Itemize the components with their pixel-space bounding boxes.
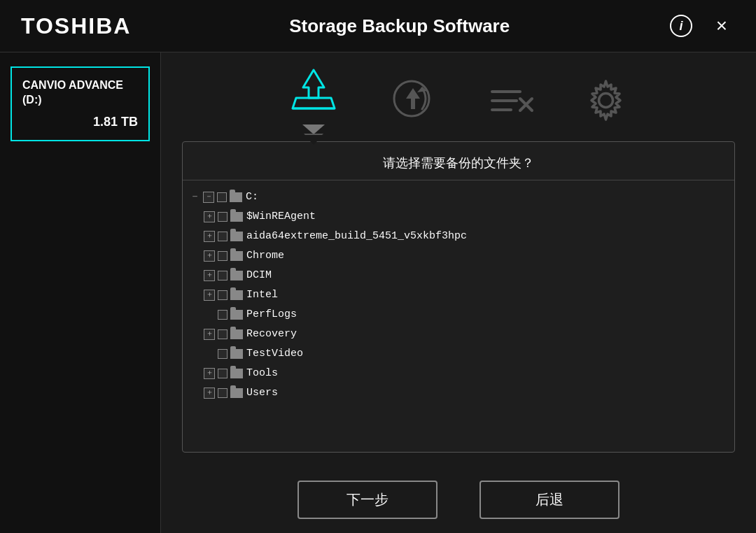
nav-erase[interactable] xyxy=(482,74,538,127)
tree-item-tools: ＋ Tools xyxy=(204,364,724,383)
dialog-buttons: 下一步 后退 xyxy=(161,467,756,533)
label-perflogs: PerfLogs xyxy=(246,306,297,323)
label-tools: Tools xyxy=(246,365,278,382)
device-card[interactable]: CANVIO ADVANCE(D:) 1.81 TB xyxy=(10,66,150,141)
next-button[interactable]: 下一步 xyxy=(298,481,438,519)
checkbox-perflogs[interactable] xyxy=(218,310,227,320)
sidebar: CANVIO ADVANCE(D:) 1.81 TB xyxy=(0,52,161,533)
close-icon: × xyxy=(716,16,727,36)
folder-icon-recovery xyxy=(230,329,243,339)
nav-icons-bar xyxy=(161,52,756,141)
folder-tree[interactable]: － － C: ＋ $WinREAgent ＋ xyxy=(183,180,734,452)
back-button[interactable]: 后退 xyxy=(479,481,620,519)
toshiba-logo: TOSHIBA xyxy=(21,13,131,39)
checkbox-intel[interactable] xyxy=(218,290,227,300)
device-size: 1.81 TB xyxy=(22,115,138,129)
label-chrome: Chrome xyxy=(246,248,284,264)
label-intel: Intel xyxy=(246,287,278,304)
label-aida64: aida64extreme_build_5451_v5xkbf3hpc xyxy=(246,228,467,245)
restore-icon xyxy=(384,74,440,127)
header: TOSHIBA Storage Backup Software i × xyxy=(0,0,756,52)
checkbox-tools[interactable] xyxy=(218,369,227,378)
expand-users[interactable]: ＋ xyxy=(204,388,215,399)
info-icon: i xyxy=(670,15,692,37)
checkbox-winreagent[interactable] xyxy=(218,212,227,222)
label-recovery: Recovery xyxy=(246,326,297,343)
tree-item-dcim: ＋ DCIM xyxy=(204,266,724,285)
expand-aida64[interactable]: ＋ xyxy=(204,231,215,242)
expand-recovery[interactable]: ＋ xyxy=(204,329,215,340)
erase-icon xyxy=(482,74,538,127)
app-title: Storage Backup Software xyxy=(131,15,668,37)
checkbox-recovery[interactable] xyxy=(218,329,227,339)
checkbox-c[interactable] xyxy=(217,192,227,202)
label-users: Users xyxy=(246,385,278,401)
main-area: CANVIO ADVANCE(D:) 1.81 TB xyxy=(0,52,756,533)
checkbox-testvideo[interactable] xyxy=(218,349,227,359)
header-actions: i × xyxy=(668,13,735,39)
label-testvideo: TestVideo xyxy=(246,346,303,362)
tree-item-chrome: ＋ Chrome xyxy=(204,246,724,266)
folder-icon-intel xyxy=(230,290,243,300)
expand-tools[interactable]: ＋ xyxy=(204,368,215,379)
device-name: CANVIO ADVANCE(D:) xyxy=(22,78,138,108)
label-winreagent: $WinREAgent xyxy=(246,208,316,225)
folder-icon-tools xyxy=(230,369,243,378)
backup-icon xyxy=(286,66,342,119)
expand-winreagent[interactable]: ＋ xyxy=(204,211,215,222)
nav-settings[interactable] xyxy=(580,74,632,127)
checkbox-chrome[interactable] xyxy=(218,251,227,261)
svg-marker-4 xyxy=(406,88,420,109)
folder-icon-winreagent xyxy=(230,212,243,222)
tree-item-aida64: ＋ aida64extreme_build_5451_v5xkbf3hpc xyxy=(204,227,724,246)
folder-icon-chrome xyxy=(230,251,243,261)
tree-item-c: － － C: xyxy=(190,187,724,207)
folder-icon-aida64 xyxy=(230,232,243,241)
settings-icon xyxy=(580,74,632,127)
active-arrow-indicator xyxy=(302,125,325,134)
checkbox-users[interactable] xyxy=(218,388,227,398)
folder-icon-testvideo xyxy=(230,349,243,359)
label-c: C: xyxy=(246,189,258,206)
dialog-question: 请选择需要备份的文件夹？ xyxy=(183,142,734,180)
folder-icon-perflogs xyxy=(230,310,243,320)
expand-c[interactable]: － xyxy=(203,192,214,203)
content-area: 请选择需要备份的文件夹？ － － C: ＋ $WinREAgent xyxy=(161,52,756,533)
folder-select-dialog: 请选择需要备份的文件夹？ － － C: ＋ $WinREAgent xyxy=(182,141,735,453)
expand-intel[interactable]: ＋ xyxy=(204,290,215,301)
folder-icon-users xyxy=(230,388,243,398)
tree-item-recovery: ＋ Recovery xyxy=(204,325,724,344)
checkbox-dcim[interactable] xyxy=(218,271,227,280)
info-button[interactable]: i xyxy=(668,13,694,39)
tree-item-winreagent: ＋ $WinREAgent xyxy=(204,207,724,227)
tree-item-intel: ＋ Intel xyxy=(204,285,724,305)
nav-backup[interactable] xyxy=(286,66,342,134)
expand-dcim[interactable]: ＋ xyxy=(204,270,215,281)
svg-point-10 xyxy=(598,94,612,108)
checkbox-aida64[interactable] xyxy=(218,232,227,241)
tree-item-testvideo: TestVideo xyxy=(204,344,724,364)
tree-item-users: ＋ Users xyxy=(204,383,724,403)
label-dcim: DCIM xyxy=(246,267,272,284)
svg-marker-0 xyxy=(303,70,324,98)
close-button[interactable]: × xyxy=(708,13,735,39)
folder-icon-c xyxy=(230,192,242,202)
folder-icon-dcim xyxy=(230,271,243,280)
expand-chrome[interactable]: ＋ xyxy=(204,250,215,262)
nav-restore[interactable] xyxy=(384,74,440,127)
tree-item-perflogs: PerfLogs xyxy=(204,305,724,325)
